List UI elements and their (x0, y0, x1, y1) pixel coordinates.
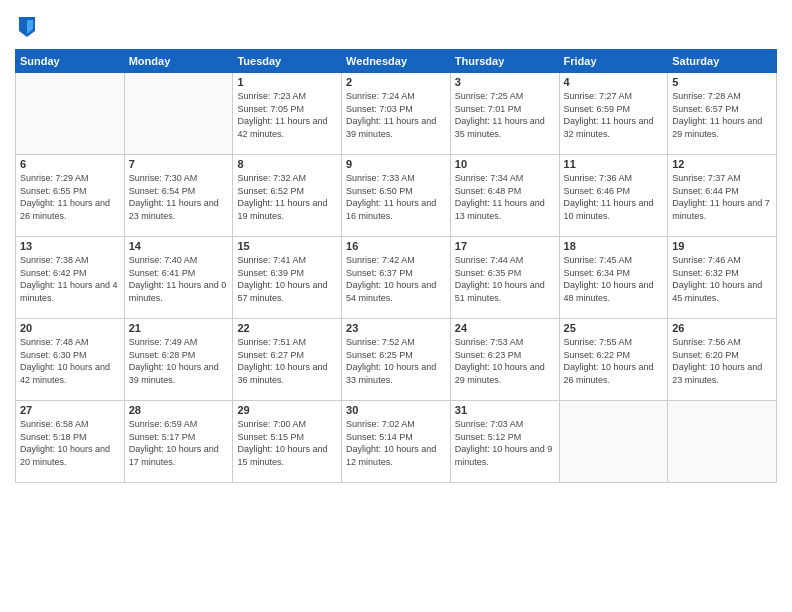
day-number: 4 (564, 76, 664, 88)
day-number: 15 (237, 240, 337, 252)
calendar-cell: 9Sunrise: 7:33 AM Sunset: 6:50 PM Daylig… (342, 155, 451, 237)
day-info: Sunrise: 7:32 AM Sunset: 6:52 PM Dayligh… (237, 172, 337, 222)
logo (15, 15, 37, 39)
header (15, 15, 777, 39)
calendar-cell: 17Sunrise: 7:44 AM Sunset: 6:35 PM Dayli… (450, 237, 559, 319)
calendar-cell: 21Sunrise: 7:49 AM Sunset: 6:28 PM Dayli… (124, 319, 233, 401)
day-number: 2 (346, 76, 446, 88)
weekday-header-tuesday: Tuesday (233, 50, 342, 73)
day-number: 31 (455, 404, 555, 416)
day-info: Sunrise: 6:59 AM Sunset: 5:17 PM Dayligh… (129, 418, 229, 468)
day-info: Sunrise: 7:52 AM Sunset: 6:25 PM Dayligh… (346, 336, 446, 386)
day-number: 12 (672, 158, 772, 170)
day-number: 26 (672, 322, 772, 334)
day-number: 13 (20, 240, 120, 252)
day-info: Sunrise: 7:42 AM Sunset: 6:37 PM Dayligh… (346, 254, 446, 304)
calendar-cell: 20Sunrise: 7:48 AM Sunset: 6:30 PM Dayli… (16, 319, 125, 401)
day-info: Sunrise: 7:23 AM Sunset: 7:05 PM Dayligh… (237, 90, 337, 140)
calendar-week-3: 20Sunrise: 7:48 AM Sunset: 6:30 PM Dayli… (16, 319, 777, 401)
day-info: Sunrise: 7:27 AM Sunset: 6:59 PM Dayligh… (564, 90, 664, 140)
weekday-header-monday: Monday (124, 50, 233, 73)
day-info: Sunrise: 7:44 AM Sunset: 6:35 PM Dayligh… (455, 254, 555, 304)
day-number: 9 (346, 158, 446, 170)
day-number: 21 (129, 322, 229, 334)
day-info: Sunrise: 7:56 AM Sunset: 6:20 PM Dayligh… (672, 336, 772, 386)
day-number: 18 (564, 240, 664, 252)
day-number: 20 (20, 322, 120, 334)
calendar-cell: 1Sunrise: 7:23 AM Sunset: 7:05 PM Daylig… (233, 73, 342, 155)
day-info: Sunrise: 7:03 AM Sunset: 5:12 PM Dayligh… (455, 418, 555, 468)
day-number: 17 (455, 240, 555, 252)
day-number: 3 (455, 76, 555, 88)
day-info: Sunrise: 7:33 AM Sunset: 6:50 PM Dayligh… (346, 172, 446, 222)
calendar-week-1: 6Sunrise: 7:29 AM Sunset: 6:55 PM Daylig… (16, 155, 777, 237)
calendar-cell: 29Sunrise: 7:00 AM Sunset: 5:15 PM Dayli… (233, 401, 342, 483)
calendar-cell: 2Sunrise: 7:24 AM Sunset: 7:03 PM Daylig… (342, 73, 451, 155)
day-number: 28 (129, 404, 229, 416)
day-info: Sunrise: 7:38 AM Sunset: 6:42 PM Dayligh… (20, 254, 120, 304)
day-info: Sunrise: 6:58 AM Sunset: 5:18 PM Dayligh… (20, 418, 120, 468)
calendar-cell: 22Sunrise: 7:51 AM Sunset: 6:27 PM Dayli… (233, 319, 342, 401)
day-info: Sunrise: 7:00 AM Sunset: 5:15 PM Dayligh… (237, 418, 337, 468)
day-info: Sunrise: 7:30 AM Sunset: 6:54 PM Dayligh… (129, 172, 229, 222)
calendar-cell: 19Sunrise: 7:46 AM Sunset: 6:32 PM Dayli… (668, 237, 777, 319)
day-number: 11 (564, 158, 664, 170)
calendar-cell: 28Sunrise: 6:59 AM Sunset: 5:17 PM Dayli… (124, 401, 233, 483)
calendar-cell: 4Sunrise: 7:27 AM Sunset: 6:59 PM Daylig… (559, 73, 668, 155)
day-number: 7 (129, 158, 229, 170)
day-info: Sunrise: 7:37 AM Sunset: 6:44 PM Dayligh… (672, 172, 772, 222)
calendar-cell: 23Sunrise: 7:52 AM Sunset: 6:25 PM Dayli… (342, 319, 451, 401)
day-number: 10 (455, 158, 555, 170)
day-info: Sunrise: 7:36 AM Sunset: 6:46 PM Dayligh… (564, 172, 664, 222)
day-number: 25 (564, 322, 664, 334)
day-number: 6 (20, 158, 120, 170)
calendar-cell: 18Sunrise: 7:45 AM Sunset: 6:34 PM Dayli… (559, 237, 668, 319)
day-info: Sunrise: 7:48 AM Sunset: 6:30 PM Dayligh… (20, 336, 120, 386)
calendar-cell: 30Sunrise: 7:02 AM Sunset: 5:14 PM Dayli… (342, 401, 451, 483)
day-info: Sunrise: 7:46 AM Sunset: 6:32 PM Dayligh… (672, 254, 772, 304)
day-info: Sunrise: 7:41 AM Sunset: 6:39 PM Dayligh… (237, 254, 337, 304)
calendar-cell: 16Sunrise: 7:42 AM Sunset: 6:37 PM Dayli… (342, 237, 451, 319)
calendar-cell (124, 73, 233, 155)
day-info: Sunrise: 7:28 AM Sunset: 6:57 PM Dayligh… (672, 90, 772, 140)
calendar-cell (16, 73, 125, 155)
day-info: Sunrise: 7:55 AM Sunset: 6:22 PM Dayligh… (564, 336, 664, 386)
day-number: 16 (346, 240, 446, 252)
day-info: Sunrise: 7:53 AM Sunset: 6:23 PM Dayligh… (455, 336, 555, 386)
weekday-header-sunday: Sunday (16, 50, 125, 73)
calendar-cell: 5Sunrise: 7:28 AM Sunset: 6:57 PM Daylig… (668, 73, 777, 155)
calendar-table: SundayMondayTuesdayWednesdayThursdayFrid… (15, 49, 777, 483)
calendar-cell: 25Sunrise: 7:55 AM Sunset: 6:22 PM Dayli… (559, 319, 668, 401)
weekday-header-row: SundayMondayTuesdayWednesdayThursdayFrid… (16, 50, 777, 73)
calendar-cell: 10Sunrise: 7:34 AM Sunset: 6:48 PM Dayli… (450, 155, 559, 237)
day-info: Sunrise: 7:29 AM Sunset: 6:55 PM Dayligh… (20, 172, 120, 222)
calendar-cell: 26Sunrise: 7:56 AM Sunset: 6:20 PM Dayli… (668, 319, 777, 401)
day-number: 19 (672, 240, 772, 252)
calendar-cell (559, 401, 668, 483)
calendar-cell: 8Sunrise: 7:32 AM Sunset: 6:52 PM Daylig… (233, 155, 342, 237)
weekday-header-thursday: Thursday (450, 50, 559, 73)
day-number: 27 (20, 404, 120, 416)
calendar-cell: 24Sunrise: 7:53 AM Sunset: 6:23 PM Dayli… (450, 319, 559, 401)
day-info: Sunrise: 7:40 AM Sunset: 6:41 PM Dayligh… (129, 254, 229, 304)
calendar-week-0: 1Sunrise: 7:23 AM Sunset: 7:05 PM Daylig… (16, 73, 777, 155)
day-info: Sunrise: 7:49 AM Sunset: 6:28 PM Dayligh… (129, 336, 229, 386)
weekday-header-wednesday: Wednesday (342, 50, 451, 73)
weekday-header-saturday: Saturday (668, 50, 777, 73)
calendar-cell (668, 401, 777, 483)
page: SundayMondayTuesdayWednesdayThursdayFrid… (0, 0, 792, 612)
weekday-header-friday: Friday (559, 50, 668, 73)
day-number: 24 (455, 322, 555, 334)
day-number: 23 (346, 322, 446, 334)
day-info: Sunrise: 7:02 AM Sunset: 5:14 PM Dayligh… (346, 418, 446, 468)
day-number: 22 (237, 322, 337, 334)
calendar-cell: 27Sunrise: 6:58 AM Sunset: 5:18 PM Dayli… (16, 401, 125, 483)
day-number: 30 (346, 404, 446, 416)
calendar-cell: 14Sunrise: 7:40 AM Sunset: 6:41 PM Dayli… (124, 237, 233, 319)
day-number: 14 (129, 240, 229, 252)
day-number: 29 (237, 404, 337, 416)
calendar-cell: 11Sunrise: 7:36 AM Sunset: 6:46 PM Dayli… (559, 155, 668, 237)
day-info: Sunrise: 7:24 AM Sunset: 7:03 PM Dayligh… (346, 90, 446, 140)
day-info: Sunrise: 7:51 AM Sunset: 6:27 PM Dayligh… (237, 336, 337, 386)
calendar-cell: 15Sunrise: 7:41 AM Sunset: 6:39 PM Dayli… (233, 237, 342, 319)
